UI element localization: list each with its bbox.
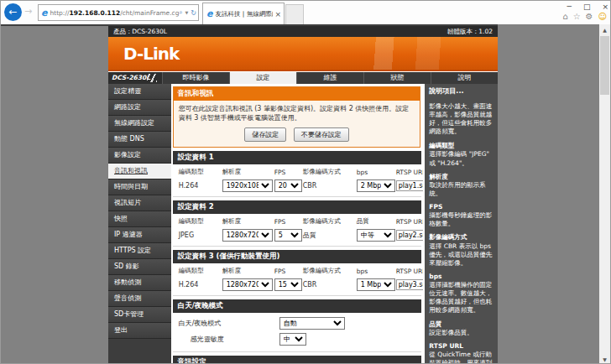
profile2-header: 設定資料 2 xyxy=(173,200,422,214)
day-night-header: 白天/夜晚模式 xyxy=(173,299,422,313)
vertical-scrollbar[interactable]: ▲ ▼ xyxy=(599,24,610,364)
tab-status[interactable]: 狀態 xyxy=(363,72,431,84)
sidebar-item-sd-recording[interactable]: SD 錄影 xyxy=(108,259,171,275)
help-term-resolution: 解析度 xyxy=(429,173,494,181)
maximize-button[interactable]: □ xyxy=(583,3,591,11)
sidebar-item-snapshot[interactable]: 快照 xyxy=(108,211,171,227)
help-desc-rtsp-url: 從 QuickTime 或行動裝置檢視時，用來連到攝影機的 URL。 xyxy=(429,351,494,364)
save-settings-button-top[interactable]: 儲存設定 xyxy=(244,127,286,142)
profile2-fps-select[interactable]: 5 xyxy=(274,229,302,242)
sidebar-item-motion-detection[interactable]: 移動偵測 xyxy=(108,275,171,291)
scroll-down-icon[interactable]: ▼ xyxy=(599,354,610,364)
sidebar-item-sound-detection[interactable]: 聲音偵測 xyxy=(108,291,171,307)
sidebar: 設定精靈 網路設定 無線網路設定 動態 DNS 影像設定 音訊和視訊 時間與日期… xyxy=(108,84,171,364)
profile2-encode-type: JPEG xyxy=(179,231,222,239)
profile1-col-rtsp-url: RTSP URL xyxy=(396,169,424,176)
profile1-header: 設定資料 1 xyxy=(173,151,422,164)
address-bar[interactable]: e http://192.168.0.112/cht/mainFrame.cgi… xyxy=(38,4,199,21)
url-text[interactable]: http://192.168.0.112/cht/mainFrame.cgi?n… xyxy=(50,9,178,17)
search-icon[interactable]: ⌕ xyxy=(179,8,182,17)
help-term-encode-type: 編碼類型 xyxy=(429,142,494,150)
sidebar-item-logout[interactable]: 登出 xyxy=(108,323,171,339)
tab-favicon: e xyxy=(206,8,212,19)
dont-save-settings-button-top[interactable]: 不要儲存設定 xyxy=(294,127,349,142)
profile3-col-encode-type: 編碼類型 xyxy=(179,267,222,275)
home-icon[interactable]: ⌂ xyxy=(562,12,567,21)
sidebar-item-https-setting[interactable]: HTTPS 設定 xyxy=(108,243,171,259)
profile3-table: 編碼類型 解析度 FPS 影像編碼方式 bps RTSP URL H.264 1… xyxy=(173,263,422,296)
help-term-bps: bps xyxy=(429,273,494,281)
profile3-col-bps: bps xyxy=(357,268,396,275)
profile2-col-encode-type: 編碼類型 xyxy=(179,217,222,226)
day-night-mode-select[interactable]: 自動 xyxy=(279,317,345,330)
back-button[interactable]: ← xyxy=(4,3,22,21)
help-panel: 說明項目... 影像大小越大、畫面速率越高，影像品質就越好，但這些會耗用較多網路… xyxy=(425,84,498,364)
sidebar-item-sd-management[interactable]: SD卡管理 xyxy=(108,307,171,323)
tab-maintenance[interactable]: 維護 xyxy=(296,72,363,84)
close-button[interactable]: × xyxy=(602,3,608,11)
sidebar-item-video-clip[interactable]: 視訊短片 xyxy=(108,195,171,211)
profile2-col-resolution: 解析度 xyxy=(222,217,274,226)
browser-viewport: 產品 : DCS-2630L 韌體版本 : 1.02 D-Link DCS-26… xyxy=(1,26,601,364)
sidebar-item-network-setup[interactable]: 網路設定 xyxy=(108,100,171,116)
profile1-rtsp-url-input[interactable] xyxy=(396,180,424,191)
profile3-resolution-select[interactable]: 1280x720 xyxy=(222,278,273,291)
help-desc-bps: 選擇攝影機操作的固定位元速率。數值越大，影像品質越好，但也耗用較多網路頻寬。 xyxy=(429,281,494,315)
tab-help[interactable]: 說明 xyxy=(431,72,498,84)
favorites-icon[interactable]: ☆ xyxy=(573,12,581,21)
profile1-resolution-select[interactable]: 1920x1080 xyxy=(222,179,273,192)
url-scheme: http:// xyxy=(50,9,69,17)
sidebar-item-time-date[interactable]: 時間與日期 xyxy=(108,179,171,195)
help-desc-encode-type: 選擇影像編碼 "JPEG" 或 "H.264"。 xyxy=(429,150,494,167)
profile2-col-rtsp-url: RTSP URL xyxy=(396,218,424,226)
minimize-button[interactable]: ─ xyxy=(567,3,572,11)
sidebar-item-audio-video[interactable]: 音訊和視訊 xyxy=(108,164,171,179)
sidebar-item-image-setup[interactable]: 影像設定 xyxy=(108,148,171,164)
new-tab-button[interactable] xyxy=(285,4,304,24)
profile3-bps-select[interactable]: 1 Mbps xyxy=(357,278,395,291)
profile3-fps-select[interactable]: 15 xyxy=(274,278,302,291)
scrollbar-thumb[interactable] xyxy=(600,36,609,95)
browser-chrome: ← → e http://192.168.0.112/cht/mainFrame… xyxy=(1,1,611,24)
light-sensitivity-select[interactable]: 中 xyxy=(279,333,306,346)
sidebar-item-wireless-setup[interactable]: 無線網路設定 xyxy=(108,116,171,132)
brand-banner: D-Link xyxy=(108,37,498,71)
refresh-icon[interactable]: ↻ xyxy=(191,9,196,17)
profile3-col-resolution: 解析度 xyxy=(222,267,274,275)
help-term-rtsp-url: RTSP URL xyxy=(429,342,494,351)
profile1-encode-method: CBR xyxy=(303,182,357,190)
profile1-col-encode-method: 影像編碼方式 xyxy=(303,168,357,176)
feedback-smiley-icon[interactable]: ☺ xyxy=(598,12,607,21)
sidebar-item-setup-wizard[interactable]: 設定精靈 xyxy=(108,84,171,100)
profile2-table: 編碼類型 解析度 FPS 影像編碼方式 品質 RTSP URL JPEG 128… xyxy=(173,214,422,247)
help-term-quality: 品質 xyxy=(429,320,494,329)
firmware-label: 韌體版本 : 1.02 xyxy=(447,28,493,36)
browser-tab[interactable]: e 友訊科技 | 無線網際網路攝... × xyxy=(202,3,285,24)
main-content: 音訊和視訊 您可在此設定音訊和視訊 (3 筆影像設定資料)。設定資料 2 供快照… xyxy=(171,84,424,364)
help-desc-quality: 設定影像品質。 xyxy=(429,329,494,337)
sidebar-item-dynamic-dns[interactable]: 動態 DNS xyxy=(108,132,171,148)
profile3-col-encode-method: 影像編碼方式 xyxy=(303,267,357,275)
profile1-bps-select[interactable]: 2 Mbps xyxy=(357,179,395,192)
forward-button[interactable]: → xyxy=(24,6,32,17)
profile3-encode-method: CBR xyxy=(303,281,357,289)
profile1-fps-select[interactable]: 20 xyxy=(274,179,302,192)
audio-video-intro-box: 音訊和視訊 您可在此設定音訊和視訊 (3 筆影像設定資料)。設定資料 2 供快照… xyxy=(173,86,421,148)
gear-icon[interactable]: ⚙ xyxy=(586,12,593,21)
intro-title: 音訊和視訊 xyxy=(174,87,420,101)
profile2-rtsp-url-input[interactable] xyxy=(396,230,424,241)
profile2-resolution-select[interactable]: 1280x720 xyxy=(222,229,273,242)
address-dropdown-icon[interactable]: ▼ xyxy=(185,10,188,15)
sidebar-item-ip-filter[interactable]: IP 過濾器 xyxy=(108,227,171,243)
audio-settings-header: 音訊設定 xyxy=(173,356,422,364)
tab-setup[interactable]: 設定 xyxy=(229,72,296,84)
tab-live-video[interactable]: 即時影像 xyxy=(162,72,229,84)
tab-title: 友訊科技 | 無線網際網路攝... xyxy=(215,10,273,18)
profile2-quality-select[interactable]: 中等 xyxy=(357,229,395,242)
url-path: /cht/mainFrame.cgi?nav=Setup# xyxy=(120,9,179,17)
profile1-col-resolution: 解析度 xyxy=(222,168,274,176)
ie-page-icon: e xyxy=(41,8,47,18)
profile3-rtsp-url-input[interactable] xyxy=(396,279,424,290)
tab-close-icon[interactable]: × xyxy=(274,10,281,18)
scroll-up-icon[interactable]: ▲ xyxy=(599,24,610,35)
